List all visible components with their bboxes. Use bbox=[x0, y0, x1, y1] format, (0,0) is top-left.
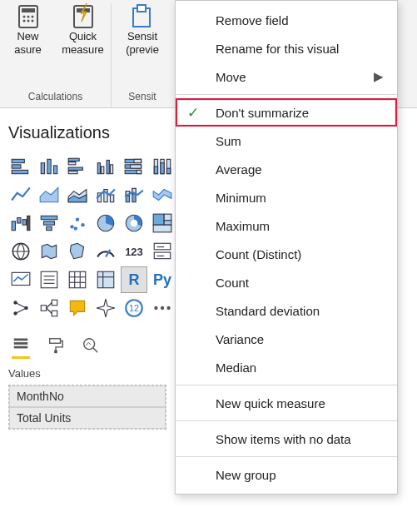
quick-measure-button[interactable]: Quick measure bbox=[58, 3, 108, 57]
menu-dont-summarize[interactable]: ✓ Don't summarize bbox=[176, 98, 397, 127]
stacked-column-chart-icon[interactable] bbox=[37, 154, 62, 179]
svg-line-85 bbox=[16, 303, 27, 309]
sensitivity-label-l2: (previe bbox=[126, 43, 159, 57]
svg-rect-29 bbox=[131, 165, 141, 168]
ribbon-chart-icon[interactable] bbox=[150, 182, 175, 207]
menu-maximum[interactable]: Maximum bbox=[176, 211, 397, 240]
svg-point-94 bbox=[154, 306, 157, 310]
menu-variance[interactable]: Variance bbox=[176, 325, 397, 353]
funnel-chart-icon[interactable] bbox=[37, 211, 62, 236]
svg-point-96 bbox=[166, 306, 170, 310]
sensitivity-icon bbox=[129, 3, 156, 30]
menu-separator bbox=[176, 385, 397, 385]
svg-rect-12 bbox=[12, 159, 24, 162]
svg-point-4 bbox=[31, 16, 33, 18]
r-visual-icon[interactable]: R bbox=[122, 267, 146, 292]
svg-rect-98 bbox=[14, 342, 28, 345]
menu-count[interactable]: Count bbox=[176, 268, 397, 296]
sensitivity-button[interactable]: Sensit (previe bbox=[117, 3, 167, 57]
menu-std-dev[interactable]: Standard deviation bbox=[176, 296, 397, 325]
svg-rect-31 bbox=[137, 170, 141, 173]
line-clustered-column-icon[interactable] bbox=[93, 182, 118, 207]
python-visual-icon[interactable]: Py bbox=[150, 267, 175, 292]
menu-median[interactable]: Median bbox=[176, 353, 397, 381]
svg-rect-23 bbox=[102, 167, 104, 174]
multi-row-card-icon[interactable] bbox=[150, 239, 175, 264]
menu-sum[interactable]: Sum bbox=[176, 127, 397, 155]
slicer-icon[interactable] bbox=[37, 267, 62, 292]
svg-rect-27 bbox=[134, 159, 141, 162]
svg-rect-11 bbox=[137, 5, 146, 12]
line-chart-icon[interactable] bbox=[8, 182, 33, 207]
fields-tab[interactable] bbox=[12, 334, 30, 359]
magnifier-chart-icon bbox=[82, 336, 100, 355]
quick-measure-label-l2: measure bbox=[62, 43, 104, 57]
menu-minimum[interactable]: Minimum bbox=[176, 183, 397, 211]
pie-chart-icon[interactable] bbox=[93, 211, 118, 236]
clustered-column-chart-icon[interactable] bbox=[93, 154, 118, 179]
hundred-stacked-column-icon[interactable] bbox=[150, 154, 175, 179]
treemap-icon[interactable] bbox=[150, 211, 175, 236]
kpi-icon[interactable] bbox=[8, 267, 33, 292]
svg-point-2 bbox=[22, 16, 25, 18]
menu-average[interactable]: Average bbox=[176, 155, 397, 183]
svg-point-3 bbox=[27, 16, 29, 18]
menu-remove-field[interactable]: Remove field bbox=[176, 6, 397, 34]
format-tab[interactable] bbox=[47, 336, 65, 357]
svg-rect-49 bbox=[41, 216, 57, 219]
menu-new-quick-measure[interactable]: New quick measure bbox=[176, 389, 397, 417]
donut-chart-icon[interactable] bbox=[122, 211, 146, 236]
waterfall-chart-icon[interactable] bbox=[8, 211, 33, 236]
svg-rect-15 bbox=[41, 163, 44, 174]
svg-rect-79 bbox=[97, 271, 114, 288]
card-icon[interactable]: 123 bbox=[122, 239, 146, 264]
area-chart-icon[interactable] bbox=[37, 182, 62, 207]
svg-point-55 bbox=[74, 226, 77, 230]
calculator-icon bbox=[15, 3, 42, 30]
new-measure-button[interactable]: New asure bbox=[3, 3, 53, 57]
menu-show-no-data[interactable]: Show items with no data bbox=[176, 425, 397, 453]
menu-new-group[interactable]: New group bbox=[176, 460, 397, 489]
paginated-report-icon[interactable]: 12 bbox=[122, 296, 146, 321]
key-influencers-icon[interactable] bbox=[8, 296, 33, 321]
svg-rect-74 bbox=[69, 271, 86, 288]
table-icon[interactable] bbox=[65, 267, 90, 292]
svg-rect-59 bbox=[153, 214, 164, 225]
quick-measure-icon bbox=[70, 3, 97, 30]
filled-map-icon[interactable] bbox=[37, 239, 62, 264]
stacked-area-chart-icon[interactable] bbox=[65, 182, 90, 207]
svg-rect-22 bbox=[97, 163, 100, 174]
svg-rect-35 bbox=[161, 163, 164, 174]
field-monthno[interactable]: MonthNo bbox=[9, 385, 166, 407]
svg-rect-37 bbox=[166, 168, 170, 174]
menu-rename[interactable]: Rename for this visual bbox=[176, 34, 397, 62]
svg-rect-100 bbox=[50, 338, 61, 343]
qa-visual-icon[interactable] bbox=[65, 296, 90, 321]
svg-rect-88 bbox=[52, 300, 57, 306]
svg-rect-61 bbox=[164, 221, 171, 225]
svg-text:12: 12 bbox=[129, 303, 139, 313]
svg-rect-33 bbox=[154, 167, 157, 174]
matrix-icon[interactable] bbox=[93, 267, 118, 292]
ribbon-group-sensitivity: Sensit (previe Sensit bbox=[112, 3, 173, 107]
analytics-tab[interactable] bbox=[82, 336, 100, 357]
map-icon[interactable] bbox=[8, 239, 33, 264]
stacked-bar-chart-icon[interactable] bbox=[8, 154, 33, 179]
field-total-units[interactable]: Total Units bbox=[9, 407, 166, 429]
svg-point-58 bbox=[131, 220, 138, 227]
clustered-bar-chart-icon[interactable] bbox=[65, 154, 90, 179]
menu-count-distinct[interactable]: Count (Distinct) bbox=[176, 240, 397, 268]
get-more-visuals-icon[interactable] bbox=[150, 296, 175, 321]
values-field-well[interactable]: MonthNo Total Units bbox=[8, 385, 166, 430]
shape-map-icon[interactable] bbox=[65, 239, 90, 264]
svg-rect-40 bbox=[110, 195, 113, 202]
line-stacked-column-icon[interactable] bbox=[122, 182, 146, 207]
scatter-chart-icon[interactable] bbox=[65, 211, 90, 236]
gauge-icon[interactable] bbox=[93, 239, 118, 264]
menu-move[interactable]: Move ▶ bbox=[176, 62, 397, 91]
svg-rect-89 bbox=[52, 311, 57, 316]
smart-narrative-icon[interactable] bbox=[93, 296, 118, 321]
decomposition-tree-icon[interactable] bbox=[37, 296, 62, 321]
hundred-stacked-bar-icon[interactable] bbox=[122, 154, 146, 179]
svg-rect-101 bbox=[54, 350, 57, 353]
